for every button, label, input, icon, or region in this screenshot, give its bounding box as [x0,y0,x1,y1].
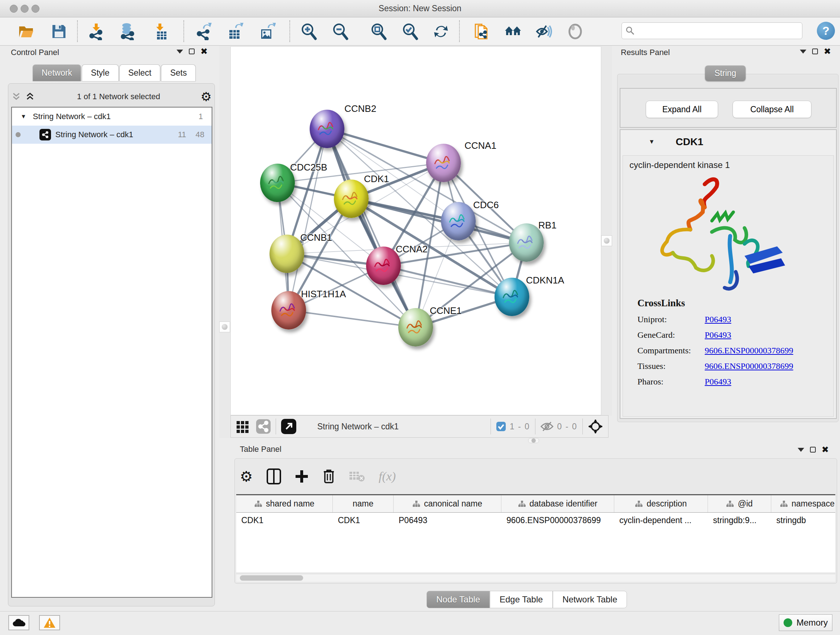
export-table-icon[interactable] [226,22,245,41]
column-network-icon [726,500,734,508]
column-header--id[interactable]: @id [708,495,771,512]
table-cell[interactable]: CDK1 [236,513,333,529]
node-cdc25b[interactable] [260,164,295,202]
node-ccnb1[interactable] [270,234,304,273]
hide-unselected-eye-icon[interactable] [535,22,554,41]
network-collection-row[interactable]: ▼ String Network – cdk1 1 [12,108,212,126]
import-network-file-icon[interactable] [87,22,106,41]
tab-network-table[interactable]: Network Table [553,591,627,608]
table-panel-collapse-icon[interactable] [798,448,804,452]
table-cell[interactable]: stringdb [771,513,835,529]
delete-column-trash-icon[interactable] [322,469,335,484]
table-row[interactable]: CDK1CDK1P064939606.ENSP00000378699cyclin… [236,513,835,529]
open-session-icon[interactable] [17,22,35,41]
results-panel-float-icon[interactable] [812,49,818,54]
node-cdk1[interactable] [334,180,369,218]
collection-label: String Network – cdk1 [33,112,111,121]
node-ccnb2[interactable] [309,110,344,148]
crosslink-link[interactable]: 9606.ENSP00000378699 [705,361,793,371]
table-horizontal-scrollbar[interactable] [236,574,835,582]
home-views-icon[interactable] [504,22,523,41]
crosslink-label: Pharos: [638,377,705,386]
help-button[interactable]: ? [817,22,835,40]
zoom-out-icon[interactable] [331,22,350,41]
column-header-label: database identifier [530,499,598,509]
node-label-cdkn1a: CDKN1A [526,275,564,286]
import-table-file-icon[interactable] [152,22,171,41]
table-options-gear-icon[interactable]: ⚙ [240,471,253,482]
tab-network[interactable]: Network [33,65,81,81]
export-image-icon[interactable] [257,22,276,41]
control-panel-close-icon[interactable]: ✖ [201,49,208,54]
results-panel-collapse-icon[interactable] [800,50,806,54]
pan-crosshair-icon[interactable] [588,419,603,434]
export-network-icon[interactable] [194,22,213,41]
tab-node-table[interactable]: Node Table [426,591,490,608]
collapse-all-button[interactable]: Collapse All [733,101,812,118]
crosslink-link[interactable]: P06493 [705,330,731,340]
table-panel-float-icon[interactable] [810,447,816,453]
control-panel-float-icon[interactable] [189,49,195,54]
search-input[interactable] [635,27,794,35]
node-ccna1[interactable] [426,144,461,182]
network-options-gear-icon[interactable]: ⚙ [201,91,212,102]
search-field[interactable] [622,22,802,39]
right-splitter[interactable] [601,46,612,416]
table-cell[interactable]: cyclin-dependent ... [614,513,708,529]
tab-select[interactable]: Select [119,65,161,81]
network-row-selected[interactable]: String Network – cdk1 11 48 [12,126,212,144]
control-panel-collapse-icon[interactable] [177,50,183,54]
add-column-icon[interactable] [295,470,309,483]
column-header-description[interactable]: description [614,495,708,512]
column-header-shared-name[interactable]: shared name [236,495,333,512]
node-cdkn1a[interactable] [494,278,529,316]
highlight-sphere-icon[interactable] [566,22,584,41]
node-ccne1[interactable] [398,308,433,347]
column-header-database-identifier[interactable]: database identifier [501,495,614,512]
warnings-button[interactable] [39,615,60,630]
scrollbar-thumb[interactable] [240,575,303,581]
horizontal-splitter-grip[interactable] [528,438,539,443]
table-cell[interactable]: 9606.ENSP00000378699 [501,513,614,529]
tab-edge-table[interactable]: Edge Table [490,591,553,608]
collapse-all-chevron-icon[interactable] [12,92,23,101]
table-cell[interactable]: stringdb:9... [708,513,771,529]
network-canvas[interactable]: CCNB2CCNA1CDC25BCDK1CDC6RB1CCNB1CCNA2CDK… [231,46,601,415]
string-share-icon[interactable] [256,419,271,434]
zoom-selected-icon[interactable] [401,22,420,41]
show-columns-icon[interactable] [267,469,281,485]
node-cdc6[interactable] [441,202,476,241]
crosslink-link[interactable]: P06493 [705,315,731,325]
birds-eye-view-icon[interactable] [236,420,249,433]
table-cell[interactable]: P06493 [393,513,501,529]
save-session-icon[interactable] [50,22,68,41]
table-panel-close-icon[interactable]: ✖ [821,447,829,453]
import-network-database-icon[interactable] [118,22,137,41]
selected-checkbox-icon[interactable] [496,421,506,432]
cloud-status-button[interactable] [8,615,29,630]
collection-expand-icon[interactable]: ▼ [21,113,27,120]
column-header-namespace[interactable]: namespace [771,495,835,512]
crosslink-link[interactable]: P06493 [705,377,731,386]
table-cell[interactable]: CDK1 [333,513,393,529]
column-header-canonical-name[interactable]: canonical name [393,495,501,512]
expand-all-chevron-icon[interactable] [26,92,36,101]
hidden-eye-slash-icon[interactable] [540,421,554,432]
open-in-browser-icon[interactable] [281,419,296,434]
column-header-name[interactable]: name [333,495,393,512]
refresh-icon[interactable] [431,22,450,41]
tab-string[interactable]: String [705,65,745,81]
results-panel-close-icon[interactable]: ✖ [824,49,831,54]
zoom-fit-icon[interactable] [369,22,388,41]
memory-button[interactable]: Memory [779,614,832,631]
crosslink-link[interactable]: 9606.ENSP00000378699 [705,346,793,356]
tab-sets[interactable]: Sets [161,65,196,81]
left-splitter[interactable] [219,46,230,438]
crosslink-row: Uniprot:P06493 [638,315,826,325]
gene-section-header[interactable]: ▼ CDK1 [621,130,836,154]
gene-expand-icon[interactable]: ▼ [649,138,655,146]
expand-all-button[interactable]: Expand All [646,101,718,118]
clone-network-icon[interactable] [472,22,491,41]
tab-style[interactable]: Style [82,65,118,81]
zoom-in-icon[interactable] [300,22,318,41]
